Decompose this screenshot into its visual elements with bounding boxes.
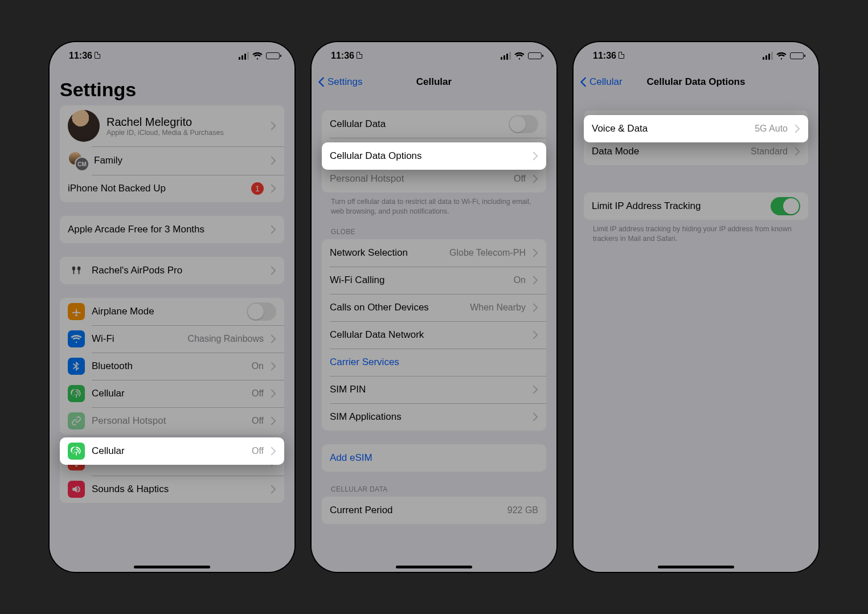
apple-id-row[interactable]: Rachel Melegrito Apple ID, iCloud, Media… xyxy=(60,105,284,146)
family-avatars-icon: CM xyxy=(68,151,87,170)
personal-hotspot-row[interactable]: Personal Hotspot Off xyxy=(60,407,284,435)
chevron-right-icon xyxy=(271,485,276,494)
profile-sub: Apple ID, iCloud, Media & Purchases xyxy=(107,129,264,137)
chevron-right-icon xyxy=(271,416,276,425)
status-bar: 11:36 xyxy=(312,42,556,69)
airpods-icon xyxy=(68,262,85,279)
cellular-footer: Turn off cellular data to restrict all d… xyxy=(331,197,537,216)
antenna-icon xyxy=(68,385,85,402)
cellular-data-network-row[interactable]: Cellular Data Network xyxy=(322,321,546,349)
otherdev-label: Calls on Other Devices xyxy=(330,302,463,313)
status-bar: 11:36 xyxy=(574,42,818,69)
wifi-row[interactable]: Wi-Fi Chasing Rainbows xyxy=(60,325,284,353)
cellular-data-toggle[interactable] xyxy=(509,115,538,133)
limit-label: Limit IP Address Tracking xyxy=(592,200,764,212)
nav-title: Cellular Data Options xyxy=(647,76,746,88)
personal-hotspot-row[interactable]: Personal Hotspot Off xyxy=(322,165,546,193)
voice-data-row[interactable]: Voice & Data 5G Auto xyxy=(584,110,808,138)
backup-warning-row[interactable]: iPhone Not Backed Up 1 xyxy=(60,175,284,202)
orientation-lock-icon xyxy=(95,52,100,59)
cellular-data-label: Cellular Data xyxy=(330,118,502,130)
network-selection-row[interactable]: Network Selection Globe Telecom-PH xyxy=(322,239,546,267)
cell-signal-icon xyxy=(501,52,511,60)
data-mode-value: Standard xyxy=(751,146,788,157)
data-mode-row[interactable]: Data Mode Standard xyxy=(584,138,808,165)
cdn-label: Cellular Data Network xyxy=(330,329,526,341)
data-mode-label: Data Mode xyxy=(592,146,744,157)
hotspot-value: Off xyxy=(514,174,526,184)
home-indicator[interactable] xyxy=(134,566,210,568)
apple-arcade-row[interactable]: Apple Arcade Free for 3 Months xyxy=(60,216,284,243)
status-bar: 11:36 xyxy=(50,42,294,69)
chevron-right-icon xyxy=(271,156,276,165)
status-time: 11:36 xyxy=(331,51,354,60)
nav-bar: Settings Cellular xyxy=(312,69,556,95)
speaker-icon xyxy=(68,481,85,498)
netsel-label: Network Selection xyxy=(330,247,443,259)
chevron-right-icon xyxy=(533,276,538,285)
chevron-right-icon xyxy=(533,248,538,257)
netsel-value: Globe Telecom-PH xyxy=(449,248,526,258)
status-time: 11:36 xyxy=(593,51,616,60)
hotspot-label: Personal Hotspot xyxy=(92,415,245,427)
voice-data-value: 5G Auto xyxy=(755,119,788,129)
current-period-row[interactable]: Current Period 922 GB xyxy=(322,497,546,524)
nav-bar: Cellular Cellular Data Options xyxy=(574,69,818,95)
chevron-right-icon xyxy=(271,389,276,398)
bluetooth-row[interactable]: Bluetooth On xyxy=(60,353,284,380)
wificall-value: On xyxy=(514,275,526,285)
family-row[interactable]: CM Family xyxy=(60,146,284,175)
wifi-value: Chasing Rainbows xyxy=(188,334,264,344)
airplane-toggle[interactable] xyxy=(247,302,276,321)
cell-signal-icon xyxy=(763,52,773,60)
period-label: Current Period xyxy=(330,505,501,516)
wifi-icon xyxy=(252,51,263,61)
orientation-lock-icon xyxy=(619,52,624,59)
airplane-label: Airplane Mode xyxy=(92,306,240,317)
otherdev-value: When Nearby xyxy=(470,302,526,313)
carrier-services-row[interactable]: Carrier Services xyxy=(322,349,546,376)
airplane-mode-row[interactable]: Airplane Mode xyxy=(60,298,284,325)
chevron-right-icon xyxy=(533,385,538,394)
back-button[interactable]: Cellular xyxy=(578,76,623,88)
notifications-row[interactable]: Notifications xyxy=(60,448,284,476)
section-header-globe: GLOBE xyxy=(331,228,537,236)
wifi-icon xyxy=(776,51,787,61)
screen-cellular: 11:36 Settings Cellular Cellular Data Ce… xyxy=(312,42,556,572)
cellular-data-row[interactable]: Cellular Data xyxy=(322,110,546,138)
notifications-label: Notifications xyxy=(92,456,264,468)
chevron-right-icon xyxy=(271,121,276,130)
sim-applications-row[interactable]: SIM Applications xyxy=(322,403,546,431)
cellular-row[interactable]: Cellular Off xyxy=(60,380,284,407)
nav-title: Cellular xyxy=(416,76,452,88)
voice-data-label: Voice & Data xyxy=(592,118,748,130)
home-indicator[interactable] xyxy=(396,566,472,568)
link-icon xyxy=(68,412,85,429)
limit-ip-tracking-row[interactable]: Limit IP Address Tracking xyxy=(584,193,808,220)
add-esim-row[interactable]: Add eSIM xyxy=(322,444,546,472)
sim-pin-row[interactable]: SIM PIN xyxy=(322,376,546,403)
wifi-icon xyxy=(514,51,525,61)
hotspot-value: Off xyxy=(252,416,264,426)
cellular-value: Off xyxy=(252,388,264,399)
calls-other-devices-row[interactable]: Calls on Other Devices When Nearby xyxy=(322,294,546,321)
limit-toggle[interactable] xyxy=(771,197,800,215)
bluetooth-value: On xyxy=(252,361,264,371)
cellular-data-options-row[interactable]: Cellular Data Options xyxy=(322,138,546,165)
airpods-label: Rachel's AirPods Pro xyxy=(92,265,264,276)
sounds-row[interactable]: Sounds & Haptics xyxy=(60,476,284,503)
airpods-row[interactable]: Rachel's AirPods Pro xyxy=(60,257,284,284)
section-header-cellulardata: CELLULAR DATA xyxy=(331,485,537,493)
chevron-right-icon xyxy=(533,303,538,312)
chevron-right-icon xyxy=(271,225,276,234)
chevron-right-icon xyxy=(533,174,538,183)
chevron-right-icon xyxy=(795,147,800,156)
wifi-calling-row[interactable]: Wi-Fi Calling On xyxy=(322,267,546,294)
hotspot-label: Personal Hotspot xyxy=(330,173,507,185)
cell-signal-icon xyxy=(239,52,249,60)
bell-icon xyxy=(68,453,85,470)
back-button[interactable]: Settings xyxy=(316,76,362,88)
add-esim-label: Add eSIM xyxy=(330,452,538,464)
airplane-icon xyxy=(68,303,85,320)
home-indicator[interactable] xyxy=(658,566,734,568)
